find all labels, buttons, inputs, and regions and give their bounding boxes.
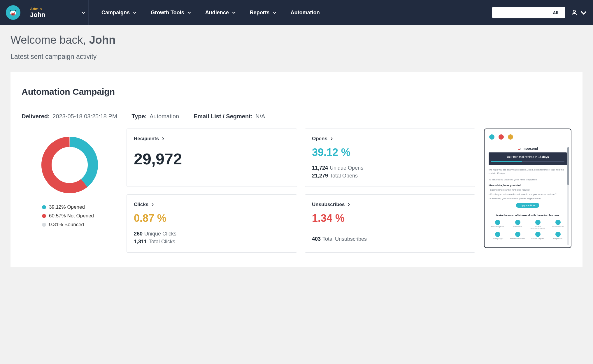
search-input[interactable] (497, 10, 553, 15)
legend-label: 0.31% Bounced (49, 222, 84, 228)
preview-feature-grid: Email Templates Automation Product Recom… (489, 220, 567, 240)
nav-label: Automation (291, 10, 320, 16)
unsub-pct: 1.34 % (312, 212, 468, 224)
chevron-down-icon (273, 10, 277, 15)
svg-point-4 (12, 12, 13, 13)
chevron-right-icon (347, 203, 350, 206)
feature-cell: Product Recommendations (529, 220, 547, 230)
stat-cards: Recipients 29,972 Opens 39.12 % 11,724Un… (127, 129, 475, 253)
chevron-right-icon (330, 137, 333, 140)
preview-subhead: Meanwhile, have you tried: (489, 184, 567, 187)
svg-point-2 (12, 14, 13, 15)
search-filter[interactable]: All (553, 10, 564, 15)
card-opens: Opens 39.12 % 11,724Unique Opens 21,279T… (305, 129, 475, 187)
feature-cell: Subscription Forms (509, 232, 527, 240)
nav-label: Campaigns (101, 10, 130, 16)
clicks-unique: 260Unique Clicks (134, 231, 290, 237)
nav-label: Reports (250, 10, 270, 16)
svg-point-13 (518, 149, 520, 150)
nav-reports[interactable]: Reports (250, 10, 277, 16)
feature-icon (555, 232, 561, 237)
progress-bar (491, 161, 564, 162)
feature-icon (495, 220, 500, 225)
nav-growth-tools[interactable]: Growth Tools (151, 10, 191, 16)
meta-label: Delivered: (22, 113, 50, 119)
stats-row: 39.12% Opened 60.57% Not Opened 0.31% Bo… (22, 129, 571, 253)
feature-icon (515, 232, 520, 237)
preview-p2: To keep using Moosend you'll need to upg… (489, 178, 567, 182)
dot-icon (42, 214, 46, 218)
clicks-total: 1,311Total Clicks (134, 239, 290, 245)
preview-li: • Creating an automated email to welcome… (489, 193, 567, 196)
unsub-total: 403Total Unsubscribes (312, 236, 468, 242)
feature-icon (555, 220, 561, 225)
svg-point-3 (13, 14, 14, 15)
nav-audience[interactable]: Audience (205, 10, 236, 16)
svg-point-1 (11, 13, 15, 16)
user-name: John (30, 11, 45, 19)
nav-automation[interactable]: Automation (291, 10, 320, 16)
divider (88, 0, 89, 25)
meta-label: Type: (132, 113, 147, 119)
feature-icon (495, 232, 500, 237)
chevron-down-icon (232, 10, 236, 15)
legend-label: 60.57% Not Opened (49, 213, 94, 219)
card-clicks: Clicks 0.87 % 260Unique Clicks 1,311Tota… (127, 194, 297, 253)
search-filter-label: All (553, 10, 558, 15)
brand-logo[interactable] (6, 5, 20, 20)
window-dot-icon (489, 134, 494, 140)
feature-cell: Landing Pages (489, 232, 506, 240)
feature-cell: Custom Reports (529, 232, 547, 240)
divider (26, 0, 26, 25)
meta-list: Email List / Segment: N/A (194, 113, 265, 120)
campaign-panel: Automation Campaign Delivered: 2023-05-1… (10, 72, 583, 267)
chevron-down-icon (187, 10, 191, 15)
window-dot-icon (499, 134, 504, 140)
dot-icon (42, 205, 46, 209)
chevron-right-icon (151, 203, 154, 206)
chevron-down-icon (81, 10, 85, 15)
banner-text: Your free trial expires in 15 days (491, 155, 564, 159)
svg-point-8 (573, 10, 576, 13)
card-head-recipients[interactable]: Recipients (134, 136, 290, 142)
search-box[interactable]: All (492, 7, 565, 18)
feature-icon (515, 220, 520, 225)
dot-icon (42, 223, 46, 227)
nav-campaigns[interactable]: Campaigns (101, 10, 137, 16)
feature-icon (535, 220, 541, 225)
meta-delivered: Delivered: 2023-05-18 03:25:18 PM (22, 113, 117, 120)
browser-chrome (485, 129, 571, 145)
profile-menu[interactable] (571, 9, 587, 16)
scroll-thumb[interactable] (567, 147, 569, 185)
card-head-unsubscribes[interactable]: Unsubscribes (312, 202, 468, 208)
email-preview[interactable]: moosend Your free trial expires in 15 da… (484, 129, 571, 248)
card-recipients: Recipients 29,972 (127, 129, 297, 187)
preview-cta: Upgrade Now (516, 203, 539, 208)
cow-icon (517, 147, 521, 151)
legend-not-opened: 60.57% Not Opened (42, 213, 94, 219)
card-head-opens[interactable]: Opens (312, 136, 468, 142)
meta-value: Automation (150, 113, 179, 119)
divider (489, 211, 567, 211)
feature-cell: Integrations (549, 232, 567, 240)
svg-point-5 (14, 12, 15, 13)
meta-type: Type: Automation (132, 113, 179, 120)
cow-icon (8, 8, 18, 17)
scrollbar[interactable] (567, 147, 569, 245)
clicks-pct: 0.87 % (134, 212, 290, 224)
donut-column: 39.12% Opened 60.57% Not Opened 0.31% Bo… (22, 129, 118, 253)
window-dot-icon (508, 134, 513, 140)
legend-label: 39.12% Opened (49, 204, 85, 210)
chevron-down-icon (560, 10, 564, 15)
preview-body: moosend Your free trial expires in 15 da… (485, 147, 571, 240)
preview-li: • A/B testing your content for greater e… (489, 197, 567, 200)
account-switcher[interactable]: Admin John (30, 7, 88, 19)
app-header: Admin John Campaigns Growth Tools Audien… (0, 0, 593, 25)
preview-brand: moosend (489, 147, 567, 151)
nav-label: Audience (205, 10, 229, 16)
meta-value: 2023-05-18 03:25:18 PM (52, 113, 117, 119)
feature-icon (535, 232, 541, 237)
card-label: Recipients (134, 136, 159, 142)
card-head-clicks[interactable]: Clicks (134, 202, 290, 208)
meta-value: N/A (255, 113, 265, 119)
